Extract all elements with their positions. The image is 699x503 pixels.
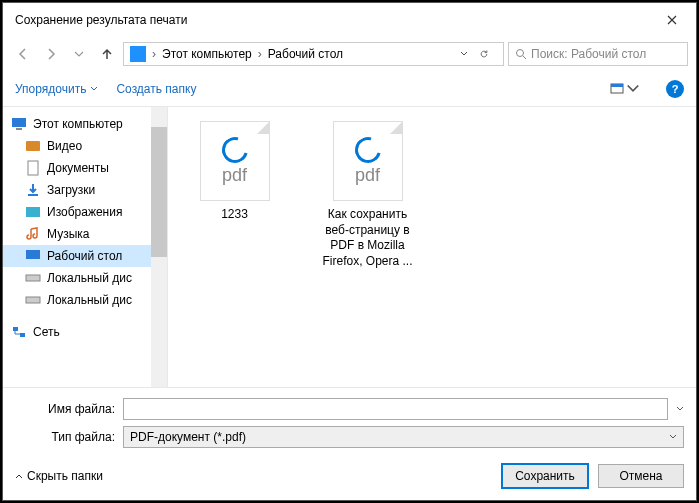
dialog-body: Этот компьютер Видео Документы Загрузки … xyxy=(3,107,696,388)
disk-icon xyxy=(25,270,41,286)
forward-button[interactable] xyxy=(39,42,63,66)
svg-rect-6 xyxy=(28,161,38,175)
breadcrumb-desktop[interactable]: Рабочий стол xyxy=(264,47,347,61)
tree-item-desktop[interactable]: Рабочий стол xyxy=(3,245,167,267)
up-button[interactable] xyxy=(95,42,119,66)
disk-icon xyxy=(25,292,41,308)
pdf-file-icon: pdf xyxy=(200,121,270,201)
downloads-icon xyxy=(25,182,41,198)
tree-item-localdisk-1[interactable]: Локальный дис xyxy=(3,267,167,289)
chevron-down-icon[interactable] xyxy=(459,49,469,59)
arrow-left-icon xyxy=(16,47,30,61)
filetype-label: Тип файла: xyxy=(15,430,115,444)
close-button[interactable] xyxy=(660,8,684,32)
chevron-up-icon xyxy=(15,472,23,480)
view-icon xyxy=(610,82,624,96)
dialog-title: Сохранение результата печати xyxy=(15,13,187,27)
arrow-up-icon xyxy=(100,47,114,61)
svg-rect-5 xyxy=(26,141,40,151)
svg-rect-11 xyxy=(13,327,18,331)
filename-label: Имя файла: xyxy=(15,402,115,416)
refresh-button[interactable] xyxy=(475,45,493,63)
breadcrumb-pc[interactable]: Этот компьютер xyxy=(158,47,256,61)
filetype-field[interactable]: PDF-документ (*.pdf) xyxy=(123,426,684,448)
close-icon xyxy=(667,15,677,25)
save-dialog: Сохранение результата печати › Этот комп… xyxy=(2,2,697,501)
filename-field[interactable] xyxy=(123,398,668,420)
svg-rect-10 xyxy=(26,297,40,303)
hide-folders-button[interactable]: Скрыть папки xyxy=(15,469,103,483)
toolbar: Упорядочить Создать папку ? xyxy=(3,71,696,107)
tree-network[interactable]: Сеть xyxy=(3,321,167,343)
back-button[interactable] xyxy=(11,42,35,66)
search-input[interactable]: Поиск: Рабочий стол xyxy=(508,42,688,66)
new-folder-button[interactable]: Создать папку xyxy=(116,82,196,96)
desktop-icon xyxy=(25,248,41,264)
edge-icon xyxy=(350,132,386,168)
view-button[interactable] xyxy=(610,82,640,96)
chevron-right-icon: › xyxy=(150,47,158,61)
tree-item-images[interactable]: Изображения xyxy=(3,201,167,223)
folder-tree: Этот компьютер Видео Документы Загрузки … xyxy=(3,107,168,387)
tree-item-localdisk-2[interactable]: Локальный дис xyxy=(3,289,167,311)
music-icon xyxy=(25,226,41,242)
edge-icon xyxy=(217,132,253,168)
tree-item-video[interactable]: Видео xyxy=(3,135,167,157)
help-button[interactable]: ? xyxy=(666,80,684,98)
documents-icon xyxy=(25,160,41,176)
video-icon xyxy=(25,138,41,154)
tree-item-documents[interactable]: Документы xyxy=(3,157,167,179)
search-placeholder: Поиск: Рабочий стол xyxy=(531,47,646,61)
file-name: 1233 xyxy=(221,207,248,223)
file-name: Как сохранить веб-страницу в PDF в Mozil… xyxy=(315,207,420,269)
chevron-down-icon xyxy=(626,82,640,96)
file-item[interactable]: pdf 1233 xyxy=(182,121,287,223)
chevron-down-icon xyxy=(72,47,86,61)
filename-input[interactable] xyxy=(130,402,661,416)
address-bar[interactable]: › Этот компьютер › Рабочий стол xyxy=(123,42,504,66)
cancel-button[interactable]: Отмена xyxy=(598,464,684,488)
filename-dropdown[interactable] xyxy=(676,402,684,416)
file-list: pdf 1233 pdf Как сохранить веб-страницу … xyxy=(168,107,696,387)
titlebar: Сохранение результата печати xyxy=(3,3,696,37)
search-icon xyxy=(515,48,527,60)
tree-scrollbar[interactable] xyxy=(151,107,167,387)
footer: Скрыть папки Сохранить Отмена xyxy=(3,456,696,500)
refresh-icon xyxy=(479,49,489,59)
pdf-file-icon: pdf xyxy=(333,121,403,201)
organize-button[interactable]: Упорядочить xyxy=(15,82,98,96)
svg-rect-9 xyxy=(26,275,40,281)
save-button[interactable]: Сохранить xyxy=(502,464,588,488)
svg-rect-8 xyxy=(26,250,40,259)
chevron-down-icon xyxy=(669,433,677,441)
svg-point-0 xyxy=(517,50,524,57)
pc-icon xyxy=(130,46,146,62)
tree-item-music[interactable]: Музыка xyxy=(3,223,167,245)
svg-rect-3 xyxy=(12,118,26,127)
tree-item-downloads[interactable]: Загрузки xyxy=(3,179,167,201)
svg-rect-4 xyxy=(16,128,22,130)
arrow-right-icon xyxy=(44,47,58,61)
scrollbar-thumb[interactable] xyxy=(151,127,167,257)
chevron-down-icon xyxy=(90,85,98,93)
images-icon xyxy=(25,204,41,220)
file-item[interactable]: pdf Как сохранить веб-страницу в PDF в M… xyxy=(315,121,420,269)
tree-root[interactable]: Этот компьютер xyxy=(3,113,167,135)
chevron-right-icon: › xyxy=(256,47,264,61)
svg-rect-2 xyxy=(611,84,623,87)
svg-rect-7 xyxy=(26,207,40,217)
recent-button[interactable] xyxy=(67,42,91,66)
form-area: Имя файла: Тип файла: PDF-документ (*.pd… xyxy=(3,388,696,456)
nav-bar: › Этот компьютер › Рабочий стол Поиск: Р… xyxy=(3,37,696,71)
network-icon xyxy=(11,324,27,340)
pc-icon xyxy=(11,116,27,132)
chevron-down-icon xyxy=(676,405,684,413)
